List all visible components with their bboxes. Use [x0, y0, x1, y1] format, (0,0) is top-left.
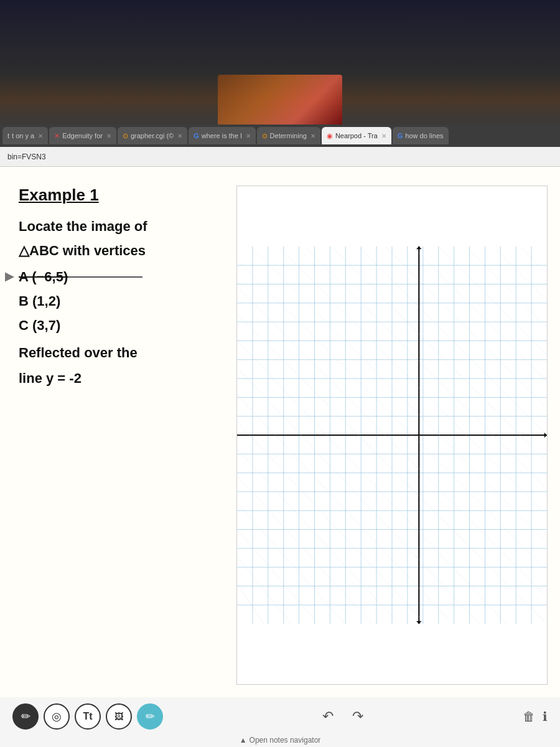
main-content: Example 1 Locate the image of △ABC with …	[0, 167, 560, 697]
graph-area	[236, 186, 548, 685]
toolbar-left: ✏ ◎ Tt 🖼 ✏	[12, 703, 163, 730]
tab-label: how do lines	[405, 132, 443, 139]
redo-icon[interactable]: ↷	[352, 708, 363, 725]
text-panel: Example 1 Locate the image of △ABC with …	[12, 186, 224, 685]
trash-icon[interactable]: 🗑	[523, 710, 535, 724]
vertex-b-line: B (1,2)	[19, 290, 218, 312]
tab-nearpod[interactable]: ◉ Nearpod - Tra ✕	[322, 127, 391, 144]
background-object	[218, 75, 342, 125]
tab-label: where is the l	[202, 132, 242, 139]
tab-label: t on y a	[12, 132, 34, 139]
highlighter-icon: ✏	[146, 710, 155, 723]
close-icon[interactable]: ✕	[177, 133, 182, 139]
bottom-center: ↶ ↷	[163, 708, 523, 725]
vertex-c-label: C (3,7)	[19, 314, 60, 336]
image-icon: 🖼	[114, 712, 123, 721]
close-icon[interactable]: ✕	[246, 133, 251, 139]
vertex-a-label: A (−6,5)	[19, 266, 68, 288]
tab-where[interactable]: G where is the l ✕	[189, 127, 255, 144]
tab-label: Determining	[270, 132, 307, 139]
tab-favicon: G	[398, 132, 403, 139]
vertex-a-text: A (−6,5)	[19, 269, 68, 284]
open-notes-label: Open notes navigator	[250, 736, 321, 745]
close-icon[interactable]: ✕	[38, 133, 43, 139]
bottom-right: 🗑 ℹ	[523, 709, 548, 724]
address-bar: bin=FVSN3	[0, 147, 560, 167]
vertex-c-line: C (3,7)	[19, 314, 218, 336]
info-icon[interactable]: ℹ	[543, 709, 548, 724]
top-dark-region	[0, 0, 560, 125]
locate-line1: Locate the image of	[19, 217, 218, 237]
close-icon[interactable]: ✕	[310, 133, 315, 139]
tt-icon: Tt	[83, 711, 92, 722]
close-icon[interactable]: ✕	[106, 133, 111, 139]
text-button[interactable]: Tt	[75, 703, 101, 730]
reflected-line2: line y = -2	[19, 368, 218, 388]
tab-grapher[interactable]: ⊙ grapher.cgi (© ✕	[118, 127, 187, 144]
pencil-button[interactable]: ✏	[12, 703, 39, 730]
triangle-icon: ▲	[240, 736, 247, 745]
locate-line2: △ABC with vertices	[19, 242, 218, 261]
open-notes-text[interactable]: ▲ Open notes navigator	[240, 736, 321, 745]
highlighter-button[interactable]: ✏	[137, 703, 163, 730]
bottom-section: ✏ ◎ Tt 🖼 ✏ ↶ ↷ 🗑 ℹ ▲	[0, 697, 560, 747]
tab-label: Edgenuity for	[62, 132, 103, 139]
arrow-indicator: ▶	[5, 268, 14, 286]
undo-icon[interactable]: ↶	[322, 708, 334, 725]
vertex-a-line: ▶ A (−6,5)	[19, 266, 218, 288]
tab-label: Nearpod - Tra	[335, 132, 378, 139]
pencil-icon: ✏	[21, 710, 30, 723]
tab-howdo[interactable]: G how do lines	[393, 127, 449, 144]
eraser-button[interactable]: ◎	[44, 703, 70, 730]
tab-label: grapher.cgi (©	[131, 132, 174, 139]
tab-determining[interactable]: ⊙ Determining ✕	[257, 127, 320, 144]
url-text: bin=FVSN3	[7, 153, 46, 161]
tab-favicon: ⊙	[262, 132, 268, 140]
browser-tab-bar: t t on y a ✕ ✕ Edgenuity for ✕ ⊙ grapher…	[0, 125, 560, 147]
eraser-icon: ◎	[52, 710, 62, 723]
vertex-b-label: B (1,2)	[19, 290, 60, 312]
example-title: Example 1	[19, 186, 218, 205]
toolbar-row: ✏ ◎ Tt 🖼 ✏ ↶ ↷ 🗑 ℹ	[0, 697, 560, 736]
tab-favicon: G	[194, 132, 199, 139]
tab-favicon: ⊙	[123, 132, 128, 140]
coordinate-graph	[237, 186, 547, 684]
open-notes-container: ▲ Open notes navigator	[240, 736, 321, 747]
image-button[interactable]: 🖼	[106, 703, 132, 730]
tab-edgenuity[interactable]: ✕ Edgenuity for ✕	[49, 127, 116, 144]
tab-favicon: t	[7, 132, 9, 139]
tab-favicon: ◉	[327, 132, 333, 140]
strikethrough-extension	[68, 276, 142, 278]
reflected-line1: Reflected over the	[19, 342, 218, 363]
tab-favicon: ✕	[54, 132, 60, 140]
close-icon[interactable]: ✕	[381, 133, 386, 139]
tab-ton-ya[interactable]: t t on y a ✕	[2, 127, 48, 144]
